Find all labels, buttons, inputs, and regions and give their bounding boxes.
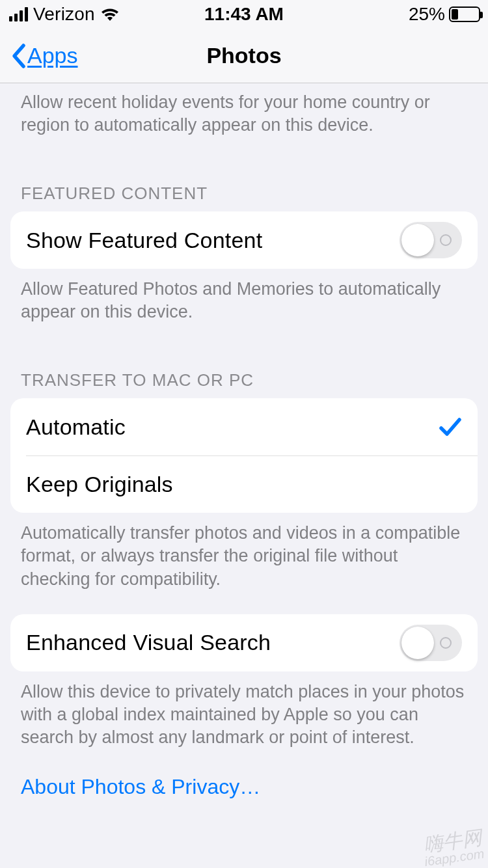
status-time: 11:43 AM xyxy=(204,4,284,25)
battery-icon xyxy=(449,7,480,22)
status-bar: Verizon 11:43 AM 25% xyxy=(0,0,488,29)
chevron-left-icon xyxy=(10,43,26,69)
back-button[interactable]: Apps xyxy=(10,43,78,69)
section-transfer: TRANSFER TO MAC OR PC Automatic Keep Ori… xyxy=(0,347,488,590)
row-show-featured-content[interactable]: Show Featured Content xyxy=(10,211,478,269)
section-header: TRANSFER TO MAC OR PC xyxy=(0,347,488,398)
toggle-off-indicator-icon xyxy=(440,234,452,246)
carrier-label: Verizon xyxy=(33,4,95,25)
toggle-off-indicator-icon xyxy=(440,637,452,649)
toggle-show-featured-content[interactable] xyxy=(400,222,462,258)
section-featured-content: FEATURED CONTENT Show Featured Content A… xyxy=(0,160,488,323)
nav-bar: Apps Photos xyxy=(0,29,488,83)
section-footer: Allow recent holiday events for your hom… xyxy=(0,83,488,137)
settings-scroll[interactable]: Show Holiday Events Allow recent holiday… xyxy=(0,83,488,868)
row-label: Enhanced Visual Search xyxy=(26,630,271,655)
toggle-knob xyxy=(401,224,434,256)
battery-percent: 25% xyxy=(409,4,445,25)
about-photos-privacy-link[interactable]: About Photos & Privacy… xyxy=(21,775,260,798)
row-label: Show Featured Content xyxy=(26,228,262,253)
section-enhanced-visual-search: Enhanced Visual Search Allow this device… xyxy=(0,614,488,749)
row-enhanced-visual-search[interactable]: Enhanced Visual Search xyxy=(10,614,478,671)
row-label: Keep Originals xyxy=(26,472,173,497)
section-holiday-events: Show Holiday Events Allow recent holiday… xyxy=(0,83,488,137)
page-title: Photos xyxy=(206,43,281,68)
row-label: Automatic xyxy=(26,414,126,440)
about-photos-privacy-row: About Photos & Privacy… xyxy=(0,749,488,799)
back-label: Apps xyxy=(27,43,78,68)
toggle-enhanced-visual-search[interactable] xyxy=(400,625,462,661)
section-header: FEATURED CONTENT xyxy=(0,160,488,211)
checkmark-icon xyxy=(439,416,462,437)
toggle-knob xyxy=(401,627,434,659)
section-footer: Automatically transfer photos and videos… xyxy=(0,513,488,590)
row-transfer-keep-originals[interactable]: Keep Originals xyxy=(26,455,478,513)
section-footer: Allow this device to privately match pla… xyxy=(0,671,488,749)
cellular-signal-icon xyxy=(9,7,28,21)
battery-fill xyxy=(452,9,458,20)
row-transfer-automatic[interactable]: Automatic xyxy=(10,398,478,455)
section-footer: Allow Featured Photos and Memories to au… xyxy=(0,269,488,323)
wifi-icon xyxy=(100,7,120,21)
